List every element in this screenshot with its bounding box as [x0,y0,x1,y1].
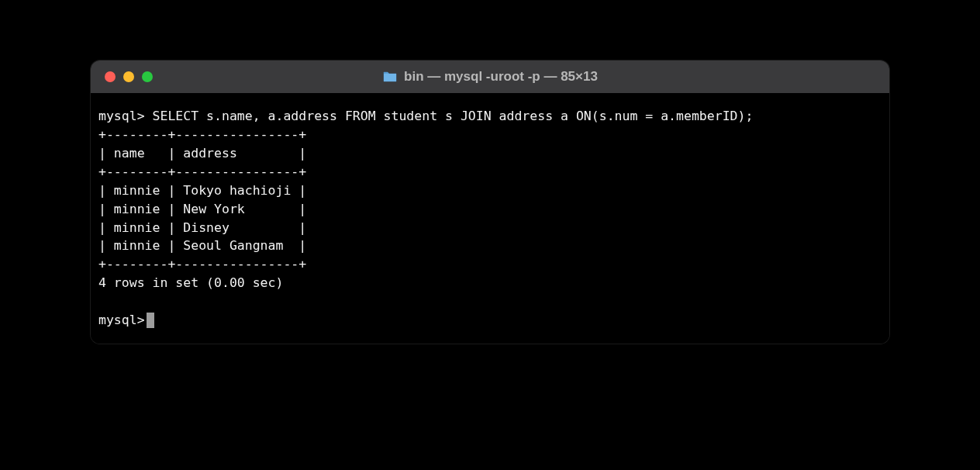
terminal-content[interactable]: mysql> SELECT s.name, a.address FROM stu… [91,93,889,344]
table-header: | name | address | [98,144,882,163]
window-title: bin — mysql -uroot -p — 85×13 [404,69,598,85]
title-container: bin — mysql -uroot -p — 85×13 [91,69,889,85]
result-status: 4 rows in set (0.00 sec) [98,274,882,292]
close-button[interactable] [105,71,116,82]
prompt: mysql> [98,109,145,123]
table-border-top: +--------+----------------+ [98,126,882,144]
folder-icon [382,71,398,83]
traffic-lights [105,71,153,82]
table-border-mid: +--------+----------------+ [98,163,882,181]
query-text: SELECT s.name, a.address FROM student s … [153,109,754,123]
query-line: mysql> SELECT s.name, a.address FROM stu… [98,107,882,126]
maximize-button[interactable] [142,71,153,82]
prompt-line: mysql> [98,311,882,330]
table-row: | minnie | New York | [98,200,882,219]
cursor [147,313,154,328]
table-row: | minnie | Seoul Gangnam | [98,237,882,255]
minimize-button[interactable] [123,71,134,82]
terminal-window: bin — mysql -uroot -p — 85×13 mysql> SEL… [91,60,889,344]
table-row: | minnie | Tokyo hachioji | [98,181,882,200]
prompt: mysql> [98,311,145,330]
blank-line [98,292,882,311]
table-border-bottom: +--------+----------------+ [98,255,882,274]
titlebar: bin — mysql -uroot -p — 85×13 [91,60,889,93]
table-row: | minnie | Disney | [98,219,882,237]
